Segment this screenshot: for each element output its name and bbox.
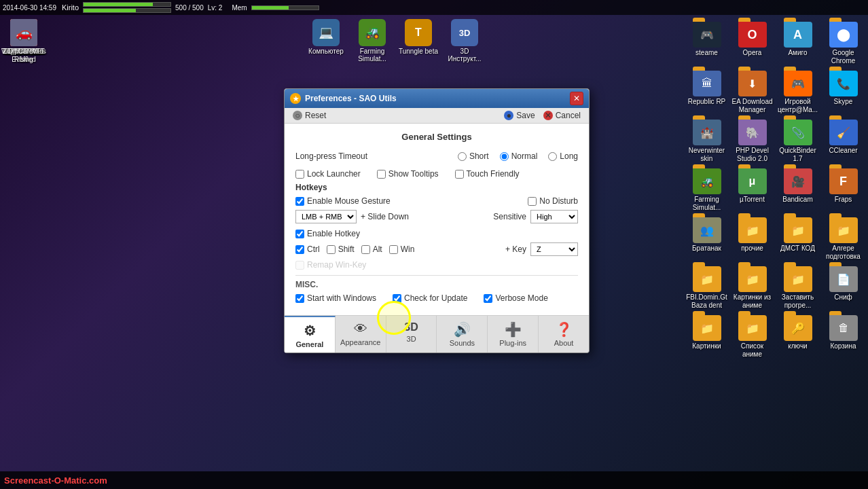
dialog-toolbar: ○ Reset ● Save ✕ Cancel xyxy=(285,108,589,124)
radio-long[interactable]: Long xyxy=(548,151,578,161)
ctrl-check[interactable]: Ctrl xyxy=(295,244,320,254)
icon-farming2[interactable]: 🚜 Farming Simulat... xyxy=(685,168,729,216)
icon-farming[interactable]: 🚜 Farming Simulat... xyxy=(352,19,393,62)
icon-amigo[interactable]: A Амиго xyxy=(776,22,820,69)
icon-kartinki[interactable]: 📁 Картинки xyxy=(685,315,729,363)
misc-label: MISC. xyxy=(295,280,578,289)
icon-zastavit[interactable]: 📁 Заставить прогре... xyxy=(776,266,820,314)
touch-friendly-check[interactable]: Touch Friendly xyxy=(455,169,520,179)
check-update-check[interactable]: Check for Update xyxy=(393,293,467,303)
gesture-dropdown[interactable]: LMB + RMB xyxy=(295,210,357,223)
lvl-label: Lv: 2 xyxy=(208,4,223,12)
tab-3d[interactable]: 3D 3D xyxy=(386,316,437,352)
misc-checkboxes-row: Lock Launcher Show Tooltips Touch Friend… xyxy=(295,169,578,179)
icon-opera[interactable]: O Opera xyxy=(730,22,774,69)
appearance-tab-label: Appearance xyxy=(340,338,380,346)
hotkeys-group-label: Hotkeys xyxy=(295,183,578,192)
start-windows-check[interactable]: Start with Windows xyxy=(295,293,376,303)
shift-check[interactable]: Shift xyxy=(327,244,355,254)
icon-bandicam[interactable]: 🎥 Bandicam xyxy=(776,168,820,216)
icon-3d[interactable]: 3D 3D Инструкт... xyxy=(444,19,485,62)
icon-fraps[interactable]: F Fraps xyxy=(821,168,865,216)
icon-utorrent[interactable]: μ µTorrent xyxy=(730,168,774,216)
icon-dmst-kod[interactable]: 📁 ДМСТ КОД xyxy=(776,217,820,265)
cancel-icon: ✕ xyxy=(543,111,553,120)
icon-ea-download[interactable]: ⬇ EA Download Manager xyxy=(730,71,774,118)
lock-launcher-check[interactable]: Lock Launcher xyxy=(295,169,361,179)
enable-hotkey-check[interactable]: Enable Hotkey xyxy=(295,229,360,238)
appearance-tab-icon: 👁 xyxy=(354,321,367,337)
radio-short[interactable]: Short xyxy=(458,151,489,161)
icon-ccleaner[interactable]: 🧹 CCleaner xyxy=(821,120,865,167)
section-title: General Settings xyxy=(295,132,578,142)
tab-plugins[interactable]: ➕ Plug-ins xyxy=(488,316,539,352)
tab-appearance[interactable]: 👁 Appearance xyxy=(336,316,386,352)
sounds-tab-icon: 🔊 xyxy=(454,321,471,338)
icon-car[interactable]: 🚗 Car xyxy=(0,19,48,56)
icon-algere[interactable]: 📁 Алгере подготовка xyxy=(821,217,865,265)
no-disturb-check[interactable]: No Disturb xyxy=(528,196,578,206)
preferences-dialog: ★ Preferences - SAO Utils ✕ ○ Reset ● Sa… xyxy=(284,88,590,353)
icon-snif[interactable]: 📄 Сниф xyxy=(821,266,865,314)
icon-tunngle[interactable]: T Tunngle beta xyxy=(398,19,439,62)
enable-mouse-gesture-check[interactable]: Enable Mouse Gesture xyxy=(295,196,391,206)
tab-general[interactable]: ⚙ General xyxy=(285,316,336,352)
icon-republic-rp[interactable]: 🏛 Republic RP xyxy=(685,71,729,118)
general-tab-icon: ⚙ xyxy=(304,323,316,339)
icon-php-devel[interactable]: 🐘 PHP Devel Studio 2.0 xyxy=(730,120,774,167)
reset-button[interactable]: ○ Reset xyxy=(293,111,326,120)
top-desktop-icons: 💻 Компьютер 🚜 Farming Simulat... T Tunng… xyxy=(306,19,485,62)
key-dropdown[interactable]: Z xyxy=(530,242,578,256)
hp-label: 500 / 500 xyxy=(175,4,204,12)
mp-bar xyxy=(83,8,171,13)
plugins-tab-icon: ➕ xyxy=(505,321,522,338)
sounds-tab-label: Sounds xyxy=(450,339,475,347)
tab-sounds[interactable]: 🔊 Sounds xyxy=(437,316,488,352)
clock: 2014-06-30 14:59 xyxy=(3,4,56,12)
icon-neverwinter-skin[interactable]: 🏰 Neverwinter skin xyxy=(685,120,729,167)
icon-kartinki-anime[interactable]: 📁 Картинки из аниме xyxy=(730,266,774,314)
right-desktop-icons: 🎮 steame O Opera A Амиго ⬤ Google Chrome… xyxy=(682,19,868,365)
taskbar-top: 2014-06-30 14:59 Kirito 500 / 500 Lv: 2 … xyxy=(0,0,868,15)
dialog-icon: ★ xyxy=(290,93,301,104)
icon-computer[interactable]: 💻 Компьютер xyxy=(306,19,346,62)
tab-about[interactable]: ❓ About xyxy=(539,316,589,352)
dialog-tabs: ⚙ General 👁 Appearance 3D 3D 🔊 Sounds ➕ … xyxy=(285,315,589,352)
icon-trash[interactable]: 🗑 Корзина xyxy=(821,315,865,363)
misc-options-row: Start with Windows Check for Update Verb… xyxy=(295,293,578,303)
show-tooltips-check[interactable]: Show Tooltips xyxy=(377,169,439,179)
icon-prochie[interactable]: 📁 прочие xyxy=(730,217,774,265)
alt-check[interactable]: Alt xyxy=(361,244,382,254)
remap-winkey-check[interactable]: Remap Win-Key xyxy=(295,260,578,270)
icon-steam[interactable]: 🎮 steame xyxy=(685,22,729,69)
timeout-radio-group: Short Normal Long xyxy=(458,151,578,161)
sensitive-label: Sensitive xyxy=(493,212,526,221)
win-check[interactable]: Win xyxy=(389,244,415,254)
verbose-mode-check[interactable]: Verbose Mode xyxy=(484,293,547,303)
about-tab-icon: ❓ xyxy=(556,321,573,338)
taskbar-bottom: Screencast-O-Matic.com xyxy=(0,471,868,489)
hp-bar xyxy=(83,2,171,7)
icon-fbi[interactable]: 📁 FBI.Domin.Gt Baza dent xyxy=(685,266,729,314)
key-label: + Key xyxy=(505,244,526,254)
cancel-button[interactable]: ✕ Cancel xyxy=(543,111,581,120)
dialog-content: General Settings Long-press Timeout Shor… xyxy=(285,124,589,315)
slide-down-label: + Slide Down xyxy=(361,212,409,221)
icon-igrovoi[interactable]: 🎮 Игровой центр@Ma... xyxy=(776,71,820,118)
icon-klyuchi[interactable]: 🔑 ключи xyxy=(776,315,820,363)
sensitive-dropdown[interactable]: High Medium Low xyxy=(530,210,578,223)
icon-bratanak[interactable]: 👥 Братанак xyxy=(685,217,729,265)
save-button[interactable]: ● Save xyxy=(504,111,535,120)
dialog-title: Preferences - SAO Utils xyxy=(305,94,397,103)
longpress-label: Long-press Timeout xyxy=(295,151,367,161)
player-hud: Kirito 500 / 500 Lv: 2 Mem xyxy=(62,2,319,13)
icon-google-chrome[interactable]: ⬤ Google Chrome xyxy=(821,22,865,69)
radio-normal[interactable]: Normal xyxy=(500,151,538,161)
dialog-close-button[interactable]: ✕ xyxy=(570,92,583,105)
icon-spisok-anime[interactable]: 📁 Список аниме xyxy=(730,315,774,363)
save-icon: ● xyxy=(504,111,513,120)
icon-quickbinder[interactable]: 📎 QuickBinder 1.7 xyxy=(776,120,820,167)
3d-tab-label: 3D xyxy=(407,335,416,343)
desktop: 2014-06-30 14:59 Kirito 500 / 500 Lv: 2 … xyxy=(0,0,868,489)
icon-skype[interactable]: 📞 Skype xyxy=(821,71,865,118)
